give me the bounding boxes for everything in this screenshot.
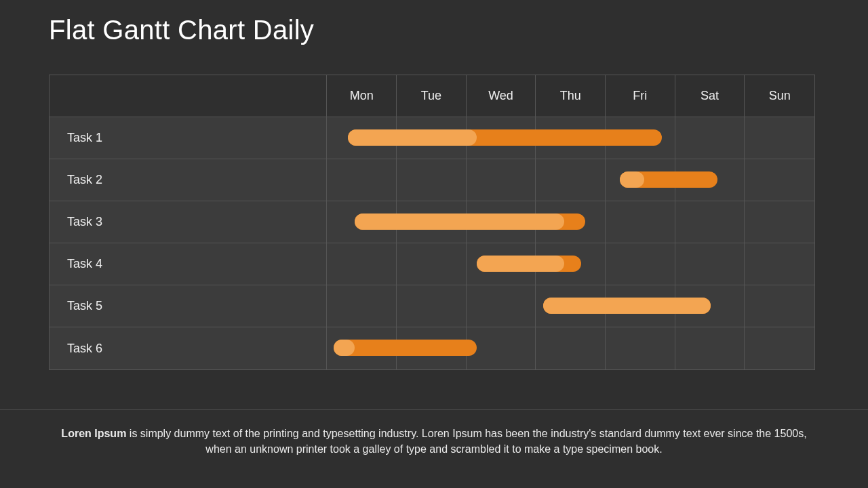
- gantt-cell: [675, 159, 745, 201]
- task-label: Task 2: [50, 159, 327, 201]
- header-day: Wed: [467, 75, 536, 117]
- gantt-cell: [327, 285, 397, 327]
- gantt-cell: [606, 243, 675, 285]
- gantt-cell: [745, 159, 814, 201]
- gantt-cell: [675, 243, 745, 285]
- gantt-cell: [745, 201, 814, 243]
- gantt-header-row: Mon Tue Wed Thu Fri Sat Sun: [50, 75, 814, 117]
- gantt-cell: [606, 327, 675, 369]
- gantt-chart: Mon Tue Wed Thu Fri Sat Sun Task 1 Task …: [49, 75, 815, 370]
- gantt-cell: [675, 327, 745, 369]
- header-day: Sun: [745, 75, 814, 117]
- gantt-row: Task 2: [50, 159, 814, 201]
- gantt-cell: [327, 201, 397, 243]
- gantt-cell: [536, 243, 606, 285]
- task-label: Task 3: [50, 201, 327, 243]
- gantt-cell: [536, 285, 606, 327]
- header-day: Thu: [536, 75, 606, 117]
- gantt-cell: [467, 201, 536, 243]
- task-label: Task 4: [50, 243, 327, 285]
- gantt-cell: [606, 159, 675, 201]
- gantt-row: Task 1: [50, 117, 814, 159]
- gantt-cell: [536, 201, 606, 243]
- gantt-cell: [536, 117, 606, 159]
- gantt-cell: [327, 159, 397, 201]
- gantt-row: Task 4: [50, 243, 814, 285]
- task-label: Task 5: [50, 285, 327, 327]
- gantt-cell: [606, 201, 675, 243]
- gantt-cell: [467, 327, 536, 369]
- gantt-cell: [467, 117, 536, 159]
- header-day: Sat: [675, 75, 745, 117]
- gantt-cell: [397, 327, 467, 369]
- header-day: Mon: [327, 75, 397, 117]
- header-task-blank: [50, 75, 327, 117]
- header-day: Tue: [397, 75, 467, 117]
- gantt-cell: [397, 117, 467, 159]
- header-day: Fri: [606, 75, 675, 117]
- gantt-cell: [675, 201, 745, 243]
- task-label: Task 1: [50, 117, 327, 159]
- gantt-cell: [675, 117, 745, 159]
- gantt-cell: [606, 117, 675, 159]
- footer-text: Loren Ipsum is simply dummy text of the …: [54, 426, 814, 457]
- gantt-cell: [606, 285, 675, 327]
- gantt-cell: [536, 327, 606, 369]
- gantt-cell: [467, 243, 536, 285]
- gantt-row: Task 6: [50, 327, 814, 369]
- gantt-body: Task 1 Task 2 Task 3 Task 4 Task 5 Task …: [50, 117, 814, 369]
- footer-rest: is simply dummy text of the printing and…: [126, 428, 806, 455]
- gantt-row: Task 3: [50, 201, 814, 243]
- gantt-cell: [745, 327, 814, 369]
- gantt-cell: [467, 159, 536, 201]
- page-title: Flat Gantt Chart Daily: [49, 15, 314, 45]
- gantt-cell: [536, 159, 606, 201]
- task-label: Task 6: [50, 327, 327, 369]
- gantt-cell: [397, 201, 467, 243]
- gantt-cell: [327, 327, 397, 369]
- gantt-cell: [397, 159, 467, 201]
- gantt-cell: [675, 285, 745, 327]
- gantt-cell: [745, 117, 814, 159]
- gantt-cell: [745, 243, 814, 285]
- gantt-cell: [327, 243, 397, 285]
- footer-divider: [0, 409, 868, 410]
- gantt-cell: [397, 243, 467, 285]
- footer-lead: Loren Ipsum: [61, 428, 126, 439]
- gantt-cell: [327, 117, 397, 159]
- gantt-row: Task 5: [50, 285, 814, 327]
- gantt-cell: [467, 285, 536, 327]
- gantt-cell: [745, 285, 814, 327]
- gantt-cell: [397, 285, 467, 327]
